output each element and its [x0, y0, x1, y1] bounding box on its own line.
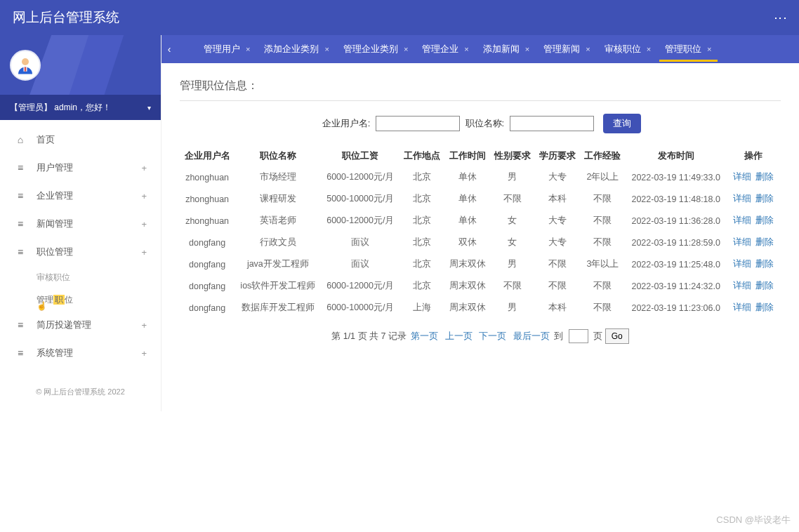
table-cell: 不限 — [580, 275, 625, 297]
table-cell: 2022-03-19 11:36:28.0 — [626, 210, 727, 232]
delete-link[interactable]: 删除 — [755, 302, 774, 312]
pager-go-button[interactable]: Go — [605, 328, 629, 344]
close-icon[interactable]: × — [464, 45, 468, 53]
delete-link[interactable]: 删除 — [755, 259, 774, 269]
search-input-user[interactable] — [376, 116, 460, 131]
delete-link[interactable]: 删除 — [755, 172, 774, 182]
menu-icon: ≡ — [14, 246, 27, 258]
table-cell: 北京 — [400, 275, 444, 297]
table-cell: 不限 — [580, 188, 625, 210]
table-cell: 不限 — [490, 188, 535, 210]
svg-rect-2 — [25, 67, 27, 71]
logo-area — [0, 35, 161, 95]
user-greeting-bar[interactable]: 【管理员】 admin，您好！ ▾ — [0, 95, 161, 120]
detail-link[interactable]: 详细 — [733, 302, 751, 312]
pager-prev[interactable]: 上一页 — [445, 331, 473, 341]
search-button[interactable]: 查询 — [603, 114, 641, 133]
sidebar-item-4[interactable]: ≡职位管理+ — [0, 238, 161, 266]
col-header: 工作经验 — [580, 146, 625, 166]
table-cell-actions: 详细删除 — [727, 232, 781, 253]
close-icon[interactable]: × — [324, 45, 329, 53]
sidebar-item-3[interactable]: ≡新闻管理+ — [0, 210, 161, 238]
table-cell: 男 — [490, 253, 535, 275]
pager-next[interactable]: 下一页 — [479, 331, 506, 341]
menu-icon: ⌂ — [14, 134, 27, 145]
table-cell: 单休 — [444, 210, 489, 232]
data-table: 企业用户名职位名称职位工资工作地点工作时间性别要求学历要求工作经验发布时间操作 … — [180, 146, 781, 319]
close-icon[interactable]: × — [525, 45, 529, 53]
sidebar-subitem-4-1[interactable]: 管理职位 — [0, 288, 161, 311]
table-cell: 男 — [490, 166, 535, 188]
sidebar-item-1[interactable]: ≡用户管理+ — [0, 154, 161, 182]
table-cell: 2022-03-19 11:48:18.0 — [626, 188, 727, 210]
table-cell: 6000-12000元/月 — [321, 210, 400, 232]
tab-1[interactable]: 添加企业类别× — [258, 35, 334, 63]
tab-label: 审核职位 — [605, 43, 641, 55]
tab-2[interactable]: 管理企业类别× — [338, 35, 414, 63]
expand-icon: + — [141, 219, 147, 230]
table-cell-actions: 详细删除 — [727, 188, 781, 210]
table-cell: 课程研发 — [235, 188, 321, 210]
table-cell: 5000-10000元/月 — [321, 188, 400, 210]
tab-label: 管理职位 — [665, 43, 701, 55]
tab-4[interactable]: 添加新闻× — [477, 35, 535, 63]
sidebar-item-label: 系统管理 — [37, 347, 141, 359]
tab-3[interactable]: 管理企业× — [416, 35, 474, 63]
table-cell: 本科 — [535, 297, 580, 319]
menu-icon: ≡ — [14, 347, 27, 359]
table-cell: 北京 — [400, 166, 444, 188]
table-cell: 双休 — [444, 232, 489, 253]
close-icon[interactable]: × — [246, 45, 250, 53]
table-cell: java开发工程师 — [235, 253, 321, 275]
pager-last[interactable]: 最后一页 — [513, 331, 550, 341]
sidebar-subitem-4-0[interactable]: 审核职位 — [0, 266, 161, 288]
table-cell: zhonghuan — [180, 210, 235, 232]
table-cell: 北京 — [400, 253, 444, 275]
col-header: 操作 — [727, 146, 781, 166]
table-cell-actions: 详细删除 — [727, 275, 781, 297]
table-row: dongfangios软件开发工程师6000-12000元/月北京周末双休不限不… — [180, 275, 781, 297]
detail-link[interactable]: 详细 — [733, 194, 751, 204]
sidebar-item-label: 简历投递管理 — [37, 319, 141, 331]
close-icon[interactable]: × — [586, 45, 590, 53]
delete-link[interactable]: 删除 — [755, 215, 774, 225]
collapse-icon[interactable]: ‹ — [161, 44, 177, 55]
sidebar-item-0[interactable]: ⌂首页 — [0, 126, 161, 154]
pager-first[interactable]: 第一页 — [411, 331, 438, 341]
tab-7[interactable]: 管理职位× — [659, 35, 717, 63]
table-cell: 数据库开发工程师 — [235, 297, 321, 319]
table-cell: 2022-03-19 11:28:59.0 — [626, 232, 727, 253]
close-icon[interactable]: × — [404, 45, 408, 53]
sidebar-item-2[interactable]: ≡企业管理+ — [0, 182, 161, 210]
search-input-position[interactable] — [510, 116, 594, 131]
delete-link[interactable]: 删除 — [755, 194, 774, 204]
tab-6[interactable]: 审核职位× — [599, 35, 656, 63]
delete-link[interactable]: 删除 — [755, 281, 774, 291]
pager-page-input[interactable] — [569, 329, 588, 343]
menu-icon: ≡ — [14, 319, 27, 331]
tab-5[interactable]: 管理新闻× — [538, 35, 595, 63]
detail-link[interactable]: 详细 — [733, 237, 751, 247]
detail-link[interactable]: 详细 — [733, 172, 751, 182]
tab-0[interactable]: 管理用户× — [198, 35, 256, 63]
table-cell: 周末双休 — [444, 275, 489, 297]
table-cell: 不限 — [580, 297, 625, 319]
table-cell: 英语老师 — [235, 210, 321, 232]
detail-link[interactable]: 详细 — [733, 281, 751, 291]
detail-link[interactable]: 详细 — [733, 259, 751, 269]
sidebar-item-6[interactable]: ≡系统管理+ — [0, 339, 161, 367]
close-icon[interactable]: × — [707, 45, 711, 53]
sidebar-item-5[interactable]: ≡简历投递管理+ — [0, 311, 161, 339]
search-row: 企业用户名: 职位名称: 查询 — [180, 114, 781, 133]
table-cell: 男 — [490, 297, 535, 319]
app-header: 网上后台管理系统 ⋮ — [0, 0, 799, 35]
expand-icon: + — [141, 163, 147, 173]
close-icon[interactable]: × — [647, 45, 651, 53]
delete-link[interactable]: 删除 — [755, 237, 774, 247]
tab-label: 管理企业类别 — [343, 43, 398, 55]
table-cell: 不限 — [490, 275, 535, 297]
user-greeting: 【管理员】 admin，您好！ — [10, 102, 111, 114]
detail-link[interactable]: 详细 — [733, 215, 751, 225]
table-cell: 本科 — [535, 188, 580, 210]
more-icon[interactable]: ⋮ — [773, 12, 788, 23]
